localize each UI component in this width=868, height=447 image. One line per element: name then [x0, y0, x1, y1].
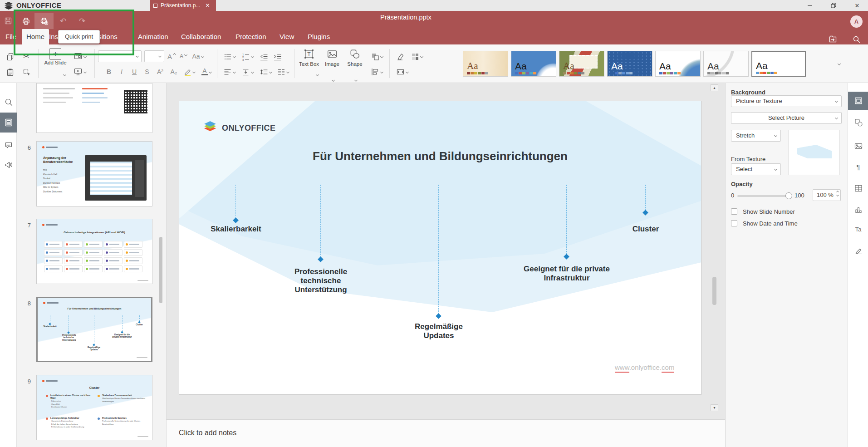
line-spacing-button[interactable]: [258, 65, 273, 78]
image-settings-button[interactable]: [848, 137, 868, 155]
paste-button[interactable]: [4, 65, 16, 78]
menu-view[interactable]: View: [280, 29, 294, 44]
increase-font-button[interactable]: A: [166, 50, 177, 63]
theme-thumbnail-2[interactable]: Aa: [511, 51, 556, 77]
strikethrough-button[interactable]: S: [142, 65, 152, 78]
timeline-label[interactable]: Regelmäßige Updates: [412, 322, 466, 340]
select-button[interactable]: [20, 65, 33, 78]
timeline-label[interactable]: Geeignet für die private Infrastruktur: [517, 265, 617, 283]
align-shape-button[interactable]: [368, 65, 385, 78]
underline-button[interactable]: U: [129, 65, 140, 78]
thumb-title: Gebrauchsfertige Integrationen (API und …: [37, 231, 152, 234]
restore-button[interactable]: [826, 0, 841, 11]
opacity-max-label: 100: [794, 192, 804, 199]
theme-thumbnail-3[interactable]: Aa: [559, 51, 604, 77]
shape-settings-button[interactable]: [848, 113, 868, 132]
fill-mode-select[interactable]: Stretch: [731, 130, 781, 142]
columns-button[interactable]: [276, 65, 289, 78]
text-art-settings-button[interactable]: Ta: [848, 220, 868, 238]
decrease-indent-button[interactable]: [258, 50, 270, 63]
theme-thumbnail-6[interactable]: Aa: [703, 51, 749, 77]
slide-thumbnail-8-selected[interactable]: Für Unternehmen und Bildungseinrichtunge…: [36, 297, 152, 362]
theme-thumbnail-5[interactable]: Aa: [655, 51, 701, 77]
opacity-slider[interactable]: [737, 195, 792, 197]
horizontal-align-button[interactable]: [221, 65, 237, 78]
insert-image-button[interactable]: Image: [322, 48, 342, 80]
paragraph-settings-button[interactable]: ¶: [848, 157, 868, 176]
subscript-button[interactable]: A₂: [168, 65, 180, 78]
spinner-down-icon[interactable]: [836, 194, 839, 196]
font-color-button[interactable]: A: [199, 65, 214, 78]
opacity-input[interactable]: 100 %: [813, 189, 841, 201]
signature-settings-button[interactable]: [848, 241, 868, 260]
arrange-shape-button[interactable]: [368, 50, 385, 63]
notes-area[interactable]: Click to add notes: [166, 419, 725, 447]
slide-panel-scrollbar[interactable]: [159, 237, 162, 303]
thumb-timeline-label: Geeignet für die private Infrastruktur: [112, 334, 132, 339]
highlight-color-button[interactable]: [181, 65, 197, 78]
theme-thumbnail-7-selected[interactable]: Aa: [751, 51, 806, 77]
slide-footer-link[interactable]: www.onlyoffice.com: [615, 363, 674, 371]
opacity-slider-thumb[interactable]: [785, 192, 792, 199]
table-settings-button[interactable]: [848, 179, 868, 197]
show-slide-number-checkbox[interactable]: [731, 208, 737, 215]
slide-size-button[interactable]: [394, 65, 410, 78]
table-settings-icon: [854, 184, 863, 193]
slide-thumbnail-9[interactable]: Cluster Installation in einem Cluster na…: [36, 375, 152, 440]
vertical-align-button[interactable]: [240, 65, 255, 78]
chevron-down-icon: [835, 116, 838, 119]
select-picture-button[interactable]: Select Picture: [731, 112, 842, 124]
more-themes-button[interactable]: [833, 57, 845, 70]
theme-sample-text: Aa: [659, 61, 671, 71]
canvas-scrollbar[interactable]: [712, 277, 716, 305]
close-button[interactable]: ✕: [849, 0, 865, 11]
insert-shape-button[interactable]: Shape: [345, 48, 365, 80]
bullets-button[interactable]: [221, 50, 237, 63]
slide-title[interactable]: Für Unternehmen und Bildungseinrichtunge…: [179, 149, 701, 163]
slide-settings-icon: [854, 96, 863, 105]
minimize-button[interactable]: [802, 0, 818, 11]
comments-button[interactable]: [0, 136, 17, 154]
bold-button[interactable]: B: [103, 65, 114, 78]
start-slideshow-button[interactable]: [72, 65, 88, 78]
slide-settings-button-active[interactable]: [848, 92, 868, 110]
menu-plugins[interactable]: Plugins: [308, 29, 330, 44]
italic-button[interactable]: I: [116, 65, 127, 78]
spinner-up-icon[interactable]: [836, 191, 839, 193]
scroll-down-button[interactable]: ▼: [711, 404, 718, 411]
timeline-label[interactable]: Cluster: [614, 225, 677, 234]
document-tab-close-icon[interactable]: ✕: [205, 2, 210, 9]
find-button[interactable]: [0, 93, 17, 111]
avatar[interactable]: A: [850, 15, 863, 28]
scroll-up-button[interactable]: ▲: [711, 84, 718, 91]
document-tab[interactable]: Präsentation.p... ✕: [150, 0, 216, 11]
increase-indent-button[interactable]: [271, 50, 283, 63]
timeline-line: [645, 185, 646, 211]
reset-slide-button[interactable]: [394, 50, 406, 63]
show-date-time-checkbox[interactable]: [731, 220, 737, 226]
decrease-font-button[interactable]: A: [178, 50, 189, 63]
menu-protection[interactable]: Protection: [235, 29, 266, 44]
slide-thumbnail-5[interactable]: [36, 83, 152, 133]
slide-thumbnail-6[interactable]: Anpassung der Benutzeroberfläche Hell Kl…: [36, 141, 152, 206]
timeline-label[interactable]: Skalierbarkeit: [195, 225, 277, 234]
slide-thumbnail-7[interactable]: Gebrauchsfertige Integrationen (API und …: [36, 219, 152, 284]
timeline-label[interactable]: Professionelle technische Unterstützung: [289, 267, 353, 295]
slides-panel-button-active[interactable]: [0, 113, 17, 133]
background-fill-type-select[interactable]: Picture or Texture: [731, 95, 842, 107]
text-box-button[interactable]: T Text Box: [299, 48, 319, 80]
menu-animation[interactable]: Animation: [138, 29, 168, 44]
theme-thumbnail-4[interactable]: Aa: [607, 51, 652, 77]
superscript-button[interactable]: A²: [154, 65, 166, 78]
chart-settings-button[interactable]: [848, 201, 868, 219]
feedback-button[interactable]: [0, 156, 17, 174]
theme-thumbnail-1[interactable]: Aa: [463, 51, 508, 77]
save-button[interactable]: [2, 13, 14, 29]
change-case-button[interactable]: Aa: [190, 50, 206, 63]
current-slide[interactable]: ONLYOFFICE Für Unternehmen und Bildungse…: [179, 101, 701, 395]
menu-collaboration[interactable]: Collaboration: [181, 29, 221, 44]
font-size-select[interactable]: [144, 50, 164, 62]
numbering-button[interactable]: 123: [240, 50, 255, 63]
texture-select[interactable]: Select: [731, 163, 781, 175]
color-scheme-button[interactable]: [408, 50, 425, 63]
